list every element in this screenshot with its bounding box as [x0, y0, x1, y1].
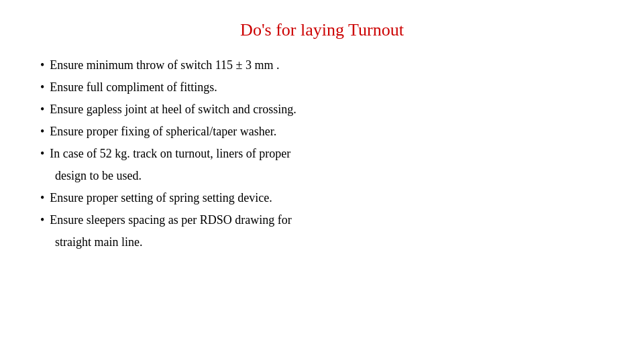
list-item-continuation-text: design to be used.: [55, 167, 604, 185]
list-item-continuation: design to be used.: [40, 167, 604, 185]
content-area: •Ensure minimum throw of switch 115 ± 3 …: [40, 56, 604, 255]
list-item: •Ensure sleepers spacing as per RDSO dra…: [40, 211, 604, 229]
list-item-text: Ensure gapless joint at heel of switch a…: [50, 101, 604, 119]
list-item: •Ensure minimum throw of switch 115 ± 3 …: [40, 56, 604, 74]
bullet-symbol: •: [40, 145, 44, 163]
list-item-continuation: straight main line.: [40, 233, 604, 251]
list-item-text: Ensure sleepers spacing as per RDSO draw…: [50, 211, 604, 229]
list-item-text: Ensure proper fixing of spherical/taper …: [50, 123, 604, 141]
list-item: •Ensure gapless joint at heel of switch …: [40, 101, 604, 119]
list-item: •Ensure proper setting of spring setting…: [40, 189, 604, 207]
bullet-symbol: •: [40, 56, 44, 74]
list-item-text: In case of 52 kg. track on turnout, line…: [50, 145, 604, 163]
list-item-text: Ensure full compliment of fittings.: [50, 78, 604, 97]
list-item-continuation-text: straight main line.: [55, 233, 604, 251]
list-item: •Ensure full compliment of fittings.: [40, 78, 604, 97]
bullet-symbol: •: [40, 211, 44, 229]
list-item: •Ensure proper fixing of spherical/taper…: [40, 123, 604, 141]
list-item-text: Ensure minimum throw of switch 115 ± 3 m…: [50, 56, 604, 74]
bullet-symbol: •: [40, 123, 44, 141]
bullet-symbol: •: [40, 189, 44, 207]
list-item: •In case of 52 kg. track on turnout, lin…: [40, 145, 604, 163]
page-title: Do's for laying Turnout: [40, 20, 604, 40]
bullet-symbol: •: [40, 78, 44, 97]
list-item-text: Ensure proper setting of spring setting …: [50, 189, 604, 207]
bullet-symbol: •: [40, 101, 44, 119]
